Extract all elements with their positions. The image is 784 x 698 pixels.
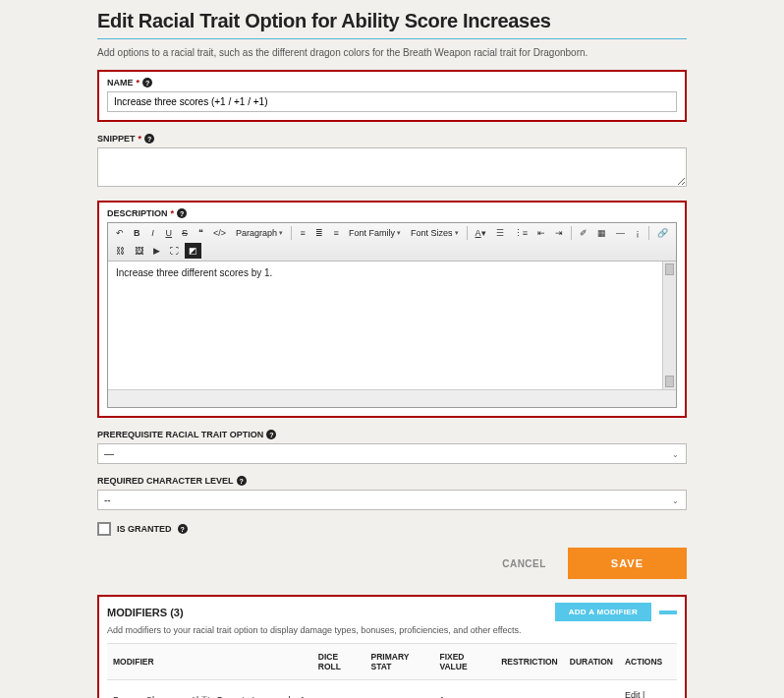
video-icon[interactable]: ▶	[149, 243, 164, 259]
prereq-field-group: PREREQUISITE RACIAL TRAIT OPTION ? — ⌄	[97, 430, 687, 464]
cancel-button[interactable]: CANCEL	[490, 549, 558, 579]
rich-text-editor: ↶ B I U S ❝ </> Paragraph▾ ≡ ≣ ≡ Font Fa…	[107, 222, 677, 408]
collapse-icon[interactable]	[659, 611, 677, 614]
cell-primary	[365, 680, 434, 699]
bold-icon[interactable]: B	[130, 225, 144, 241]
form-actions: CANCEL SAVE	[97, 548, 687, 579]
page-title: Edit Racial Trait Option for Ability Sco…	[97, 10, 687, 39]
name-input[interactable]	[107, 91, 677, 112]
font-family-dropdown[interactable]: Font Family▾	[345, 227, 405, 239]
align-center-icon[interactable]: ≣	[311, 225, 327, 241]
col-primary: PRIMARY STAT	[365, 644, 434, 680]
name-field-group: NAME* ?	[97, 70, 687, 122]
cell-modifier: Bonus - Choose an Ability Score to Incre…	[107, 680, 312, 699]
outdent-icon[interactable]: ⇤	[533, 225, 549, 241]
align-left-icon[interactable]: ≡	[296, 225, 309, 241]
modifiers-subtitle: Add modifiers to your racial trait optio…	[99, 625, 685, 643]
special-char-icon[interactable]: ¡	[631, 225, 644, 241]
level-select[interactable]: --	[97, 490, 687, 510]
page-subtitle: Add options to a racial trait, such as t…	[97, 47, 687, 58]
help-icon[interactable]: ?	[237, 476, 247, 486]
italic-icon[interactable]: I	[146, 225, 160, 241]
granted-checkbox[interactable]	[97, 522, 111, 536]
source-icon[interactable]: ◩	[185, 243, 201, 259]
level-label: REQUIRED CHARACTER LEVEL ?	[97, 476, 687, 486]
modifiers-title: MODIFIERS (3)	[107, 607, 184, 618]
modifiers-panel: MODIFIERS (3) ADD A MODIFIER Add modifie…	[97, 595, 687, 698]
help-icon[interactable]: ?	[178, 524, 188, 534]
col-modifier: MODIFIER	[107, 644, 312, 680]
table-row: Bonus - Choose an Ability Score to Incre…	[107, 680, 677, 699]
col-restriction: RESTRICTION	[495, 644, 564, 680]
cell-fixed: 1	[433, 680, 495, 699]
indent-icon[interactable]: ⇥	[551, 225, 567, 241]
rte-toolbar: ↶ B I U S ❝ </> Paragraph▾ ≡ ≣ ≡ Font Fa…	[108, 223, 676, 262]
align-right-icon[interactable]: ≡	[329, 225, 343, 241]
unlink-icon[interactable]: ⛓	[112, 243, 129, 259]
help-icon[interactable]: ?	[177, 208, 187, 218]
help-icon[interactable]: ?	[144, 134, 154, 144]
number-list-icon[interactable]: ⋮≡	[510, 225, 532, 241]
clear-format-icon[interactable]: ✐	[576, 225, 591, 241]
cell-duration	[564, 680, 619, 699]
help-icon[interactable]: ?	[266, 430, 276, 439]
help-icon[interactable]: ?	[142, 78, 152, 87]
save-button[interactable]: SAVE	[568, 548, 687, 579]
cell-restriction	[495, 680, 564, 699]
edit-link[interactable]: Edit	[625, 690, 641, 698]
snippet-input[interactable]	[97, 147, 687, 187]
granted-row: IS GRANTED ?	[97, 522, 687, 536]
prereq-label: PREREQUISITE RACIAL TRAIT OPTION ?	[97, 430, 687, 439]
link-icon[interactable]: 🔗	[653, 225, 672, 241]
strike-icon[interactable]: S	[178, 225, 192, 241]
prereq-select[interactable]: —	[97, 443, 687, 464]
format-dropdown[interactable]: Paragraph▾	[232, 227, 287, 239]
level-field-group: REQUIRED CHARACTER LEVEL ? -- ⌄	[97, 476, 687, 510]
code-icon[interactable]: </>	[209, 225, 230, 241]
image-icon[interactable]: 🖼	[131, 243, 147, 259]
font-size-dropdown[interactable]: Font Sizes▾	[407, 227, 463, 239]
col-dice: DICE ROLL	[312, 644, 365, 680]
rte-statusbar	[108, 389, 676, 407]
text-color-icon[interactable]: A▾	[472, 225, 490, 241]
hr-icon[interactable]: ―	[612, 225, 629, 241]
col-fixed: FIXED VALUE	[433, 644, 495, 680]
cell-dice	[312, 680, 365, 699]
scrollbar[interactable]	[662, 262, 676, 389]
name-label: NAME* ?	[107, 78, 677, 87]
fullscreen-icon[interactable]: ⛶	[166, 243, 183, 259]
underline-icon[interactable]: U	[162, 225, 177, 241]
description-label: DESCRIPTION* ?	[107, 208, 677, 218]
undo-icon[interactable]: ↶	[112, 225, 128, 241]
granted-label: IS GRANTED	[117, 524, 172, 534]
quote-icon[interactable]: ❝	[194, 225, 207, 241]
rte-content[interactable]: Increase three different scores by 1.	[108, 262, 676, 389]
cell-actions: Edit | Delete	[619, 680, 677, 699]
bullet-list-icon[interactable]: ☰	[492, 225, 508, 241]
description-field-group: DESCRIPTION* ? ↶ B I U S ❝ </> Paragraph…	[97, 201, 687, 418]
add-modifier-button[interactable]: ADD A MODIFIER	[555, 603, 651, 621]
col-duration: DURATION	[564, 644, 619, 680]
modifiers-table: MODIFIER DICE ROLL PRIMARY STAT FIXED VA…	[107, 643, 677, 698]
snippet-field-group: SNIPPET* ?	[97, 134, 687, 189]
table-icon[interactable]: ▦	[593, 225, 610, 241]
snippet-label: SNIPPET* ?	[97, 134, 687, 144]
col-actions: ACTIONS	[619, 644, 677, 680]
